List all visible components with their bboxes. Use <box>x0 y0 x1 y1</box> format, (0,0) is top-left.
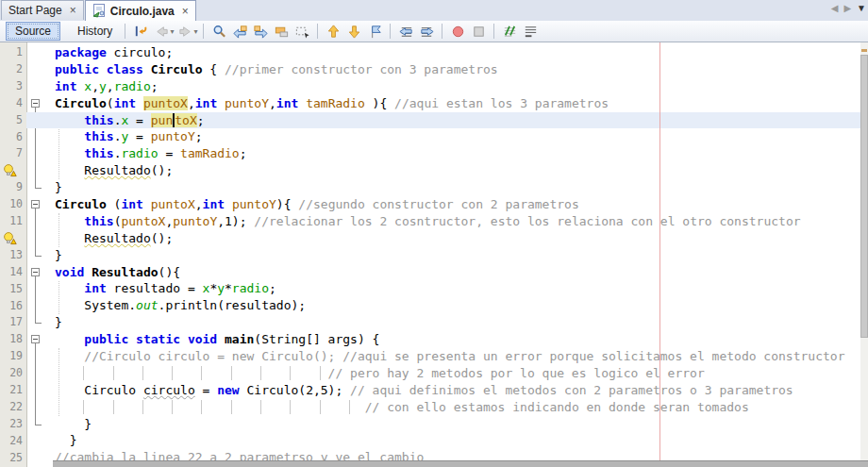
code-token: puntoX <box>151 197 195 211</box>
code-line[interactable]: this.radio = tamRadio; <box>26 145 860 162</box>
code-token: // aqui definimos el metodos con 2 param… <box>350 383 793 397</box>
find-next-occurrence-icon[interactable] <box>250 23 271 40</box>
code-token: Circulo <box>55 383 143 397</box>
last-edit-location-icon[interactable] <box>130 23 151 40</box>
code-line[interactable]: //Circulo circulo = new Circulo(); //aqu… <box>26 348 860 365</box>
tab-scroll-controls: ◀ ▶ ▼ <box>831 3 866 13</box>
code-line[interactable]: public class Circulo { //primer construc… <box>26 61 860 78</box>
code-line[interactable]: // pero hay 2 metodos por lo que es logi… <box>26 365 860 382</box>
code-token <box>55 281 84 295</box>
line-number: 14 <box>0 264 23 281</box>
code-token: (); <box>151 163 173 177</box>
code-token <box>55 163 84 177</box>
shift-line-left-icon[interactable] <box>395 23 416 40</box>
code-line[interactable]: } <box>26 247 860 264</box>
code-token: puntoY <box>225 96 269 110</box>
stop-macro-recording-icon[interactable] <box>468 23 489 40</box>
code-token: circulo <box>143 383 195 397</box>
code-line[interactable]: void Resultado(){ <box>26 264 860 281</box>
toolbar-separator <box>203 24 204 39</box>
code-token: Resultado <box>92 265 158 279</box>
scroll-tabs-left-icon[interactable]: ◀ <box>831 3 839 13</box>
code-line[interactable]: Resultado(); <box>26 230 860 247</box>
find-selection-icon[interactable] <box>209 23 229 40</box>
editor-toolbar: Source History ▾▾ <box>0 21 868 42</box>
code-line[interactable]: } <box>26 179 860 196</box>
forward-icon[interactable] <box>175 23 195 40</box>
next-bookmark-icon[interactable] <box>343 23 364 40</box>
line-number: 5 <box>0 112 23 129</box>
horizontal-scrollbar[interactable] <box>53 460 868 467</box>
history-view-button[interactable]: History <box>70 23 120 40</box>
code-token: this <box>84 146 113 160</box>
code-line[interactable]: this(puntoX,puntoY,1); //relacionar los … <box>26 213 860 230</box>
toggle-bookmark-icon[interactable] <box>364 23 385 40</box>
code-area[interactable]: package circulo;public class Circulo { /… <box>26 44 860 466</box>
line-number: 24 <box>0 433 23 450</box>
tab-start-page[interactable]: Start Page× <box>1 0 84 20</box>
rectangular-selection-icon[interactable] <box>292 23 312 40</box>
shift-line-right-icon[interactable] <box>416 23 437 40</box>
code-token: Circulo <box>55 197 107 211</box>
tab-list-dropdown-icon[interactable]: ▼ <box>857 3 866 13</box>
code-token: System. <box>55 298 136 312</box>
code-token: int <box>276 96 298 110</box>
code-line[interactable]: Resultado(); <box>26 162 860 179</box>
code-token: ( <box>107 96 114 110</box>
find-previous-occurrence-icon[interactable] <box>229 23 250 40</box>
code-token: (String[] args) { <box>254 332 379 346</box>
code-line[interactable]: int resultado = x*y*radio; <box>26 280 860 297</box>
right-margin-line <box>659 42 660 467</box>
code-token: int <box>55 79 76 93</box>
line-number: 23 <box>0 416 23 433</box>
code-token <box>143 62 151 76</box>
code-line[interactable]: } <box>26 432 860 449</box>
code-token: } <box>55 248 62 262</box>
code-token: Resultado <box>84 231 150 245</box>
uncomment-icon[interactable] <box>520 23 541 40</box>
code-token: = <box>128 129 150 143</box>
close-icon[interactable]: × <box>182 7 189 16</box>
code-line[interactable]: Circulo (int puntoX,int puntoY){ //segun… <box>26 196 860 213</box>
code-line[interactable]: package circulo; <box>26 44 860 61</box>
previous-bookmark-icon[interactable] <box>323 23 343 40</box>
code-token: int <box>195 96 217 110</box>
source-view-button[interactable]: Source <box>6 22 60 41</box>
code-line[interactable]: Circulo(int puntoX,int puntoY,int tamRad… <box>26 95 860 112</box>
code-line[interactable]: this.y = puntoY; <box>26 128 860 145</box>
code-line[interactable]: } <box>26 416 860 433</box>
code-token: , <box>92 79 99 93</box>
code-line[interactable]: // con ello estamos indicando en donde s… <box>26 399 860 416</box>
code-token: radio <box>114 79 151 93</box>
code-token <box>136 96 143 110</box>
tab-circulo-java[interactable]: Circulo.java× <box>85 0 196 21</box>
toggle-highlight-search-icon[interactable] <box>271 23 292 40</box>
code-line[interactable]: } <box>26 314 860 331</box>
code-line[interactable]: public static void main(String[] args) { <box>26 331 860 348</box>
code-token: = <box>195 383 217 397</box>
line-number: 25 <box>0 450 23 467</box>
code-token: int <box>114 96 136 110</box>
vertical-scrollbar[interactable] <box>860 42 868 467</box>
code-token <box>55 332 84 346</box>
code-line[interactable]: int x,y,radio; <box>26 78 860 95</box>
scroll-tabs-right-icon[interactable]: ▶ <box>843 3 851 13</box>
document-tab-bar: Start Page×Circulo.java× ◀ ▶ ▼ <box>0 0 868 22</box>
code-token: x <box>84 79 92 93</box>
line-number: 9 <box>0 179 23 196</box>
close-icon[interactable]: × <box>70 6 76 15</box>
code-token: } <box>55 315 62 329</box>
code-token: ; <box>240 146 247 160</box>
comment-icon[interactable] <box>499 23 520 40</box>
line-number: 6 <box>0 129 23 146</box>
code-editor[interactable]: 12345679101113141516171819202122232425 p… <box>0 42 868 467</box>
code-token <box>55 146 84 160</box>
start-macro-recording-icon[interactable] <box>447 23 468 40</box>
back-icon[interactable] <box>151 23 172 40</box>
vertical-scrollbar-thumb[interactable] <box>860 55 868 338</box>
code-line[interactable]: this.x = puntoX; <box>26 112 860 129</box>
line-number: 3 <box>0 78 23 95</box>
line-number: 15 <box>0 281 23 298</box>
code-line[interactable]: Circulo circulo = new Circulo(2,5); // a… <box>26 382 860 399</box>
code-line[interactable]: System.out.println(resultado); <box>26 297 860 314</box>
